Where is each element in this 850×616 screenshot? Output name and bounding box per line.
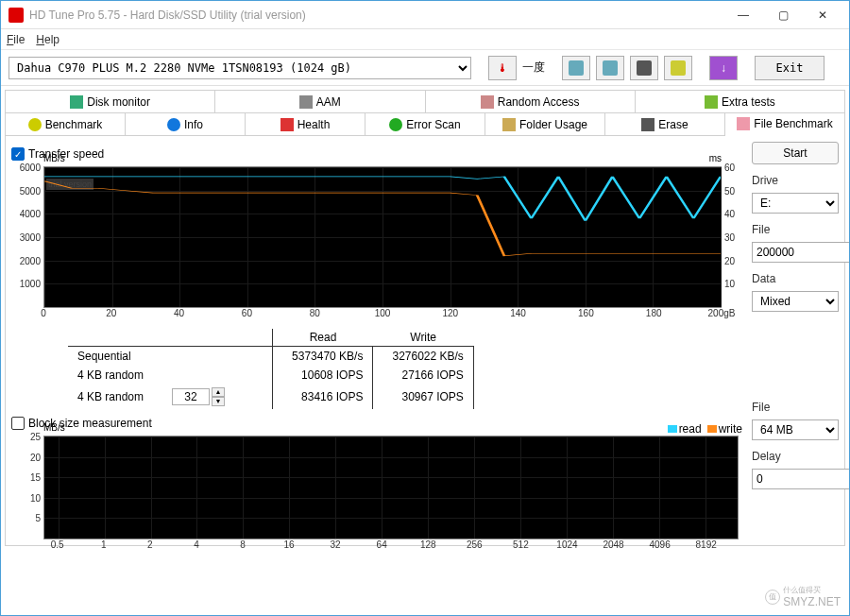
transfer-speed-chart: trial version 100020003000400050006000 1… xyxy=(43,166,722,308)
window-title: HD Tune Pro 5.75 - Hard Disk/SSD Utility… xyxy=(29,9,724,22)
minimize-button[interactable]: — xyxy=(724,4,762,26)
options-button[interactable]: ↓ xyxy=(709,56,738,80)
result-read: 5373470 KB/s xyxy=(273,347,373,367)
screenshot-button[interactable] xyxy=(630,56,658,80)
results-table: ReadWrite Sequential5373470 KB/s3276022 … xyxy=(68,329,744,409)
info-icon xyxy=(167,118,180,131)
magnifier-icon xyxy=(389,118,402,131)
file-label: File xyxy=(752,223,839,236)
result-row-label: Sequential xyxy=(68,347,273,367)
start-button[interactable]: Start xyxy=(752,142,839,164)
save-button[interactable] xyxy=(664,56,692,80)
temperature-label: 一度 xyxy=(522,60,545,76)
tab-info[interactable]: Info xyxy=(126,113,246,135)
y-axis-unit-2: MB/s xyxy=(43,422,65,433)
chart-legend: read write xyxy=(668,422,742,436)
block-size-checkbox[interactable] xyxy=(11,417,25,430)
cross-icon xyxy=(280,118,294,131)
bulb-icon xyxy=(28,118,42,131)
drive-select[interactable]: Dahua C970 PLUS M.2 2280 NVMe 1TSN08193 … xyxy=(8,57,471,79)
speaker-icon xyxy=(299,95,313,109)
copy-button[interactable] xyxy=(562,56,590,80)
menu-file[interactable]: File xyxy=(7,33,25,46)
tab-aam[interactable]: AAM xyxy=(215,91,425,112)
tab-random-access[interactable]: Random Access xyxy=(426,91,636,112)
trash-icon xyxy=(641,118,654,131)
data-pattern-select[interactable]: Mixed xyxy=(752,291,839,312)
tab-health[interactable]: Health xyxy=(246,113,366,135)
disk-monitor-icon xyxy=(70,95,83,109)
tab-extra-tests[interactable]: Extra tests xyxy=(636,91,844,112)
result-write: 3276022 KB/s xyxy=(373,347,473,367)
result-row-label: 4 KB random▲▼ xyxy=(68,385,273,409)
page-watermark: 值 什么值得买SMYZ.NET xyxy=(765,585,841,608)
file-size-input[interactable] xyxy=(752,242,850,263)
delay-input[interactable] xyxy=(752,469,850,489)
result-write: 27166 IOPS xyxy=(373,366,473,385)
result-row-label: 4 KB random xyxy=(68,366,273,385)
app-icon xyxy=(8,8,24,23)
tab-erase[interactable]: Erase xyxy=(605,113,725,135)
drive-label: Drive xyxy=(752,174,839,187)
transfer-speed-checkbox[interactable]: ✓ xyxy=(11,147,25,161)
copy-all-button[interactable] xyxy=(596,56,624,80)
block-file-select[interactable]: 64 MB xyxy=(752,419,839,440)
tab-folder-usage[interactable]: Folder Usage xyxy=(485,113,605,135)
result-read: 83416 IOPS xyxy=(273,385,373,409)
tab-file-benchmark[interactable]: File Benchmark xyxy=(725,113,844,136)
data-label: Data xyxy=(752,272,839,285)
y-axis-unit: MB/s xyxy=(43,153,65,163)
transfer-speed-label: Transfer speed xyxy=(28,147,104,161)
block-size-chart: 510152025 xyxy=(43,436,739,539)
tab-benchmark[interactable]: Benchmark xyxy=(6,113,126,135)
extra-icon xyxy=(705,95,718,109)
drive-letter-select[interactable]: E: xyxy=(752,193,839,214)
result-read: 10608 IOPS xyxy=(273,366,373,385)
tab-disk-monitor[interactable]: Disk monitor xyxy=(6,91,215,112)
y2-axis-unit: ms xyxy=(709,153,722,163)
delay-label: Delay xyxy=(752,450,839,463)
exit-button[interactable]: Exit xyxy=(755,56,824,80)
folder-icon xyxy=(502,118,516,131)
file-bench-icon xyxy=(737,117,750,130)
tab-error-scan[interactable]: Error Scan xyxy=(366,113,485,135)
queue-depth-input[interactable] xyxy=(172,388,210,405)
file2-label: File xyxy=(752,401,839,414)
random-icon xyxy=(481,95,494,109)
temperature-button[interactable]: 🌡 xyxy=(488,56,517,80)
maximize-button[interactable]: ▢ xyxy=(764,4,802,26)
close-button[interactable]: ✕ xyxy=(804,4,842,26)
result-write: 30967 IOPS xyxy=(373,385,473,409)
menu-help[interactable]: Help xyxy=(36,33,60,46)
